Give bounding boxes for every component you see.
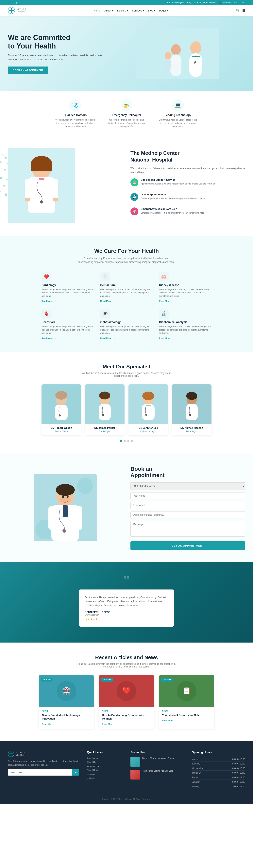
specialty-link-3[interactable]: Read More xyxy=(41,337,52,339)
nav-about[interactable]: About ▾ xyxy=(104,9,113,12)
social-twitter[interactable]: t xyxy=(12,1,12,4)
specialty-link-4[interactable]: Read More xyxy=(100,337,111,339)
hero-content: We are Committed to Your Health For over… xyxy=(8,33,103,74)
specialty-link-0[interactable]: Read More xyxy=(41,300,52,302)
nav-home[interactable]: Home xyxy=(94,9,101,12)
footer-link-2[interactable]: Working Hours xyxy=(87,765,122,767)
svg-rect-54 xyxy=(146,405,151,406)
team-grid: Dr. Robert Wilson Senior Doctor Dr. Jame… xyxy=(8,384,245,435)
get-appointment-button[interactable]: GET AN APPOINTMENT xyxy=(131,541,245,550)
team-heading: Meet Our Specialist xyxy=(8,364,245,370)
svg-point-61 xyxy=(77,478,93,494)
svg-point-52 xyxy=(142,392,154,400)
service-item-0: 🏥 Specialised Support Service Appointmen… xyxy=(131,178,245,189)
footer-hours-table: Monday 08:00 - 19:00 Tuesday 08:00 - 19:… xyxy=(192,757,245,789)
news-link-1[interactable]: Read More xyxy=(102,723,113,725)
svg-point-24 xyxy=(0,191,1,192)
testimonial-section: " Doctor since Always granted as doctor … xyxy=(0,562,253,643)
search-icon[interactable]: 🔍 xyxy=(236,9,240,12)
footer-logo: MEDHELP CENTER xyxy=(8,751,79,757)
message-input[interactable] xyxy=(131,521,245,537)
footer-link-0[interactable]: Appointment xyxy=(87,757,122,759)
pagination-dot-3[interactable] xyxy=(131,440,133,442)
hour-row-6: Sunday 10:00 - 17:00 xyxy=(192,784,245,789)
kidney-icon: 🫁 xyxy=(159,272,169,281)
pagination-dot-2[interactable] xyxy=(127,440,129,442)
footer-logo-icon xyxy=(8,751,14,757)
footer-posts-heading: Recent Post xyxy=(131,751,184,754)
specialty-cardiology: ❤️ Cardiology Medical diagnosis is the p… xyxy=(41,272,94,303)
nav-blog[interactable]: Blog ▾ xyxy=(148,9,155,12)
logo[interactable]: MEDHELP CENTER xyxy=(8,7,26,14)
social-google[interactable]: g+ xyxy=(15,1,18,4)
social-facebook[interactable]: f xyxy=(8,1,8,4)
feature-technology: 💻 Leading Technology Our famous hospital… xyxy=(158,99,198,128)
team-card-3[interactable]: Dr. Ahmed Hassan Neurologist xyxy=(172,384,212,435)
specialty-desc-4: Medical diagnosis in the process of dete… xyxy=(100,325,153,335)
name-input[interactable] xyxy=(131,492,245,499)
nav-pages[interactable]: Pages ▾ xyxy=(159,9,169,12)
svg-rect-58 xyxy=(186,404,198,420)
svg-point-55 xyxy=(145,414,147,416)
team-description: We find the best specialists so that the… xyxy=(77,372,176,377)
footer-link-4[interactable]: Sitemap xyxy=(87,773,122,775)
footer-bottom: Copyright © 2019 Medhelp Center. All Rig… xyxy=(8,795,245,800)
team-card-0[interactable]: Dr. Robert Wilson Senior Doctor xyxy=(41,384,81,435)
feature-qualified-doctors: 🩺 Qualified Doctors We encourage every t… xyxy=(55,99,95,128)
testimonial-stars: ★★★★★ xyxy=(85,618,168,621)
pagination-dot-0[interactable] xyxy=(120,440,122,442)
specialty-link-2[interactable]: Read More xyxy=(159,300,170,302)
menu-icon[interactable]: ☰ xyxy=(242,9,245,12)
svg-line-28 xyxy=(0,162,8,164)
footer-search-button[interactable]: ➤ xyxy=(72,769,79,776)
about-section: The Medhelp Center National Hospital We … xyxy=(0,136,253,236)
date-input[interactable] xyxy=(131,511,245,519)
svg-rect-9 xyxy=(165,59,171,70)
doctor-select[interactable]: Select doctor to visit xyxy=(131,483,245,490)
about-image xyxy=(8,148,122,224)
appointment-heading: Book an Appointment xyxy=(131,466,245,478)
doctor-specialty-1: Cardiologist xyxy=(99,430,110,433)
team-card-1[interactable]: Dr. James Parker Cardiologist xyxy=(85,384,124,435)
email-input[interactable] xyxy=(131,502,245,509)
footer-links-list: Appointment About Us Working Hours About… xyxy=(87,757,122,779)
about-content: The Medhelp Center National Hospital We … xyxy=(131,150,245,222)
appointment-doctor-photo xyxy=(34,474,97,541)
footer-link-5[interactable]: Doctors xyxy=(87,777,122,779)
news-section: Recent Articles and News Read our latest… xyxy=(0,643,253,741)
specialty-link-5[interactable]: Read More xyxy=(159,337,170,339)
hero-image xyxy=(111,28,245,80)
nav-services[interactable]: Services ▾ xyxy=(132,9,144,12)
book-appointment-button[interactable]: BOOK AN APPOINTMENT xyxy=(8,66,48,74)
specialty-desc-2: Medical diagnosis is the key process of … xyxy=(159,288,212,298)
news-link-2[interactable]: Read More xyxy=(162,719,173,722)
pagination-dot-1[interactable] xyxy=(124,440,126,442)
footer-link-1[interactable]: About Us xyxy=(87,761,122,763)
svg-rect-67 xyxy=(63,505,68,517)
news-link-0[interactable]: Read More xyxy=(42,723,53,725)
svg-rect-35 xyxy=(31,163,52,171)
service-desc-2: Emergency assistance, it is no important… xyxy=(141,211,205,215)
footer-post-title-1[interactable]: The Science Behind Pediatric Care xyxy=(142,770,173,772)
specialty-title-1: Dental Care xyxy=(100,283,153,287)
svg-text:📋: 📋 xyxy=(182,686,191,695)
footer-link-3[interactable]: About CDA xyxy=(87,769,122,771)
appointment-image xyxy=(8,474,122,541)
footer-about-text: Over 25 years, we've been dedicated to p… xyxy=(8,759,79,767)
feature-title-1: Emergency Helicopter xyxy=(107,114,146,117)
svg-point-41 xyxy=(25,197,30,202)
footer-post-title-0[interactable]: Did You Want to Know About Doctor xyxy=(142,757,174,759)
hour-row-3: Thursday 08:00 - 19:00 xyxy=(192,771,245,775)
team-card-2[interactable]: Dr. Jennifer Lee Ophthalmologist xyxy=(129,384,168,435)
nav-doctors[interactable]: Doctors ▾ xyxy=(117,9,128,12)
footer-search-input[interactable] xyxy=(8,769,72,776)
navbar: MEDHELP CENTER Home About ▾ Doctors ▾ Se… xyxy=(0,5,253,16)
feature-helicopter: 🚁 Emergency Helicopter We love the medic… xyxy=(107,99,146,128)
svg-rect-39 xyxy=(25,179,31,198)
specialty-title-4: Ophthalmology xyxy=(100,320,153,323)
svg-point-65 xyxy=(59,497,71,503)
news-description: Read our latest news from the company or… xyxy=(77,662,176,668)
specialty-link-1[interactable]: Read More xyxy=(100,300,111,302)
footer-search-row: ➤ xyxy=(8,769,79,776)
svg-point-68 xyxy=(63,529,66,533)
